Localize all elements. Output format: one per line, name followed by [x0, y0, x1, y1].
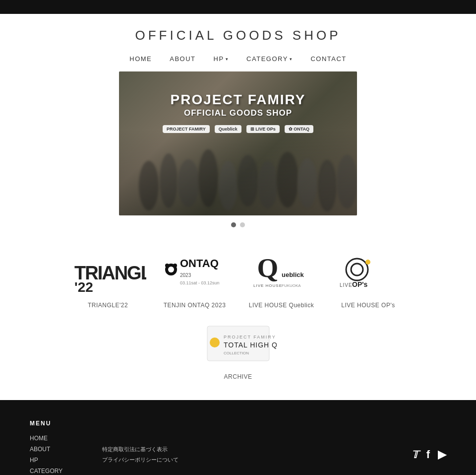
- archive-logo-svg: PROJECT FAMIRY TOTAL HIGH QUALITY COLLEC…: [200, 324, 277, 363]
- archive-logo-box: PROJECT FAMIRY TOTAL HIGH QUALITY COLLEC…: [200, 319, 277, 368]
- facebook-icon[interactable]: f: [426, 448, 430, 461]
- nav-about[interactable]: ABOUT: [170, 55, 195, 63]
- footer-main: MENU HOME ABOUT HP CATEGORY CONTACT 特定商取…: [30, 420, 446, 475]
- hero-subtitle: OFFICIAL GOODS SHOP: [119, 108, 357, 118]
- svg-point-14: [168, 267, 174, 272]
- svg-point-9: [318, 160, 337, 211]
- top-bar: [0, 0, 476, 14]
- site-footer: MENU HOME ABOUT HP CATEGORY CONTACT 特定商取…: [0, 400, 476, 475]
- svg-point-16: [173, 264, 177, 268]
- svg-text:LIVE: LIVE: [340, 282, 353, 288]
- svg-point-15: [165, 264, 169, 268]
- svg-point-1: [160, 153, 178, 208]
- slider-dots: [119, 222, 357, 227]
- triangle22-logo-box: TRIANGLE '22: [69, 247, 146, 297]
- svg-text:TOTAL HIGH QUALITY: TOTAL HIGH QUALITY: [224, 341, 277, 349]
- svg-text:2023: 2023: [180, 272, 191, 278]
- svg-point-6: [258, 161, 278, 208]
- queblick-logo-box: Q LIVE HOUSE ueblick FUKUOKA: [243, 247, 320, 297]
- svg-point-26: [365, 260, 370, 265]
- svg-text:'22: '22: [74, 279, 93, 292]
- ontaq2023-logo-svg: ONTAQ 2023 03.11sat - 03.12sun: [156, 252, 233, 292]
- footer-info: 特定商取引法に基づく表示 プライバシーポリシーについて: [102, 420, 178, 475]
- hero-image: PROJECT FAMIRY OFFICIAL GOODS SHOP PROJE…: [119, 71, 357, 215]
- footer-info-text2[interactable]: プライバシーポリシーについて: [102, 455, 178, 465]
- svg-point-3: [198, 149, 218, 207]
- ontaq2023-label: TENJIN ONTAQ 2023: [156, 302, 233, 309]
- category-grid: TRIANGLE '22 TRIANGLE'22 ONTAQ 2023 03.1…: [30, 247, 446, 380]
- footer-nav-category[interactable]: CATEGORY: [30, 468, 62, 475]
- liveops-logo-svg: LIVE OP's: [330, 252, 407, 292]
- footer-menu-title: MENU: [30, 420, 62, 427]
- hero-logo-queblick: Queblick: [215, 125, 241, 133]
- site-header: OFFICIAL GOODS SHOP: [0, 14, 476, 48]
- hero-overlay: PROJECT FAMIRY OFFICIAL GOODS SHOP PROJE…: [119, 91, 357, 133]
- svg-point-5: [238, 155, 258, 206]
- category-item-archive[interactable]: PROJECT FAMIRY TOTAL HIGH QUALITY COLLEC…: [200, 319, 277, 380]
- hero-logo-liveops: ⊞ LIVE OPs: [246, 125, 280, 133]
- svg-text:03.11sat - 03.12sun: 03.11sat - 03.12sun: [180, 280, 220, 285]
- hero-logo-ontaq: ✿ ONTAQ: [285, 125, 313, 133]
- svg-point-25: [351, 264, 363, 275]
- slider-dot-1[interactable]: [231, 222, 236, 227]
- footer-nav-about[interactable]: ABOUT: [30, 446, 62, 453]
- category-item-ontaq2023[interactable]: ONTAQ 2023 03.11sat - 03.12sun TENJIN ON…: [156, 247, 233, 309]
- svg-point-10: [337, 155, 357, 208]
- svg-point-4: [219, 161, 238, 210]
- hp-dropdown-arrow: ▾: [226, 57, 229, 62]
- svg-text:ueblick: ueblick: [282, 271, 304, 278]
- svg-text:FUKUOKA: FUKUOKA: [282, 283, 301, 288]
- footer-info-text1[interactable]: 特定商取引法に基づく表示: [102, 444, 178, 455]
- footer-social: 𝕋 f ▶: [412, 420, 446, 475]
- hero-logo-project-famiry: PROJECT FAMIRY: [163, 125, 210, 133]
- footer-nav-hp[interactable]: HP: [30, 457, 62, 464]
- category-section: TRIANGLE '22 TRIANGLE'22 ONTAQ 2023 03.1…: [0, 237, 476, 400]
- svg-text:LIVE HOUSE: LIVE HOUSE: [253, 283, 282, 288]
- category-item-liveops[interactable]: LIVE OP's LIVE HOUSE OP's: [330, 247, 407, 309]
- category-dropdown-arrow: ▾: [290, 57, 293, 62]
- svg-text:OP's: OP's: [352, 280, 368, 288]
- hero-logos: PROJECT FAMIRY Queblick ⊞ LIVE OPs ✿ ONT…: [119, 125, 357, 133]
- hero-slider: PROJECT FAMIRY OFFICIAL GOODS SHOP PROJE…: [119, 71, 357, 227]
- twitter-icon[interactable]: 𝕋: [412, 449, 418, 461]
- main-nav: HOME ABOUT HP ▾ CATEGORY ▾ CONTACT: [0, 48, 476, 71]
- triangle22-label: TRIANGLE'22: [69, 302, 146, 309]
- svg-text:Q: Q: [257, 253, 279, 283]
- category-item-queblick[interactable]: Q LIVE HOUSE ueblick FUKUOKA LIVE HOUSE …: [243, 247, 320, 309]
- queblick-label: LIVE HOUSE Queblick: [243, 302, 320, 309]
- svg-text:COLLECTION: COLLECTION: [224, 351, 249, 355]
- category-item-triangle22[interactable]: TRIANGLE '22 TRIANGLE'22: [69, 247, 146, 309]
- svg-point-24: [346, 259, 368, 280]
- queblick-logo-svg: Q LIVE HOUSE ueblick FUKUOKA: [243, 247, 320, 297]
- svg-point-0: [139, 161, 159, 210]
- svg-text:ONTAQ: ONTAQ: [180, 257, 219, 270]
- site-title: OFFICIAL GOODS SHOP: [0, 28, 476, 43]
- youtube-icon[interactable]: ▶: [438, 448, 446, 461]
- liveops-label: LIVE HOUSE OP's: [330, 302, 407, 309]
- nav-contact[interactable]: CONTACT: [310, 55, 346, 63]
- svg-point-2: [178, 159, 199, 207]
- hero-title: PROJECT FAMIRY: [119, 91, 357, 108]
- svg-point-7: [277, 152, 298, 207]
- footer-nav-home[interactable]: HOME: [30, 435, 62, 442]
- svg-point-8: [298, 158, 317, 208]
- footer-menu: MENU HOME ABOUT HP CATEGORY CONTACT: [30, 420, 62, 475]
- nav-hp[interactable]: HP ▾: [214, 55, 229, 63]
- nav-category[interactable]: CATEGORY ▾: [246, 55, 293, 63]
- nav-home[interactable]: HOME: [129, 55, 152, 63]
- svg-point-30: [210, 338, 220, 347]
- slider-dot-2[interactable]: [240, 222, 245, 227]
- ontaq2023-logo-box: ONTAQ 2023 03.11sat - 03.12sun: [156, 247, 233, 297]
- liveops-logo-box: LIVE OP's: [330, 247, 407, 297]
- triangle22-logo-svg: TRIANGLE '22: [69, 252, 146, 292]
- svg-text:PROJECT FAMIRY: PROJECT FAMIRY: [224, 335, 276, 339]
- archive-label: ARCHIVE: [200, 373, 277, 380]
